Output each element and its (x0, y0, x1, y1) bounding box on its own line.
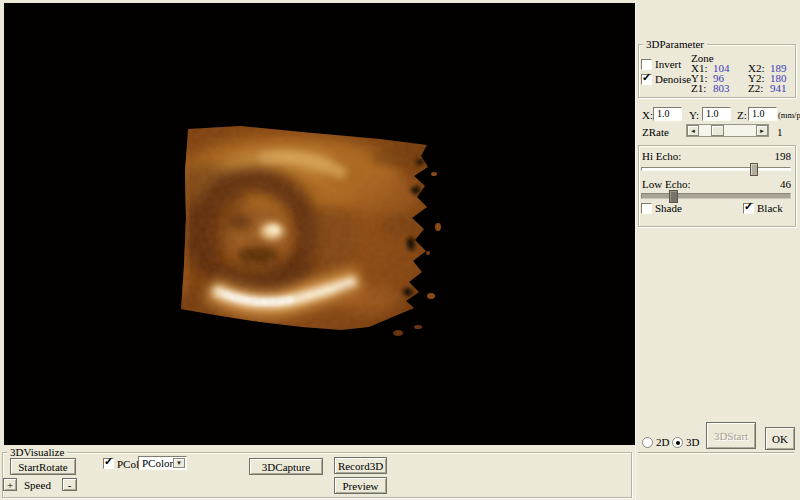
invert-label: Invert (655, 59, 681, 70)
start-rotate-button[interactable]: StartRotate (10, 458, 76, 475)
black-label: Black (757, 203, 783, 214)
zrate-scrollbar[interactable]: ◄ ► (686, 124, 769, 137)
denoise-checkbox[interactable]: ✓ (641, 74, 652, 85)
hi-echo-thumb[interactable] (750, 163, 758, 176)
pcolor-checkbox[interactable]: ✓ (103, 458, 114, 469)
x-scale-label: X: (642, 110, 653, 121)
y-scale-input[interactable]: 1.0 (702, 107, 731, 121)
black-checkbox[interactable]: ✓ (743, 203, 754, 214)
low-echo-slider[interactable] (641, 193, 791, 199)
low-echo-value: 46 (756, 179, 791, 190)
ultrasound-volume (4, 3, 635, 445)
right-panel-separator (638, 452, 794, 454)
zone-z1-label: Z1: (691, 83, 706, 94)
parameter-panel: 3DParameter Invert ✓ Denoise Zone X1: 10… (635, 0, 800, 500)
mode-2d-radio[interactable] (642, 437, 653, 448)
visualize-panel: 3DVisualize StartRotate + Speed - ✓ PCol… (0, 445, 635, 500)
invert-checkbox[interactable] (641, 59, 652, 70)
hi-echo-value: 198 (756, 151, 791, 162)
visualize-group-title: 3DVisualize (7, 446, 67, 458)
shade-label: Shade (655, 203, 682, 214)
mode-2d-label: 2D (656, 437, 669, 448)
zone-z2-value: 941 (770, 83, 787, 94)
zrate-label: ZRate (642, 127, 669, 138)
app-window: { "colors": { "panel_bg": "#ece9d8", "ca… (0, 0, 800, 500)
pcolor-dropdown[interactable]: PColor ▼ (138, 456, 187, 470)
zrate-right-arrow-icon[interactable]: ► (756, 125, 768, 136)
3dstart-button[interactable]: 3DStart (706, 422, 756, 449)
render-viewport[interactable] (4, 3, 635, 445)
denoise-label: Denoise (655, 74, 691, 85)
low-echo-label: Low Echo: (642, 179, 691, 190)
x-scale-input[interactable]: 1.0 (653, 107, 682, 121)
z-scale-label: Z: (737, 110, 747, 121)
3dcapture-button[interactable]: 3DCapture (249, 458, 323, 475)
record3d-button[interactable]: Record3D (334, 457, 387, 474)
y-scale-label: Y: (689, 110, 699, 121)
preview-button[interactable]: Preview (334, 477, 387, 494)
hi-echo-slider[interactable] (641, 167, 791, 171)
z-scale-input[interactable]: 1.0 (748, 107, 777, 121)
zrate-thumb[interactable] (711, 125, 724, 136)
hi-echo-label: Hi Echo: (642, 151, 681, 162)
speed-label: Speed (24, 480, 51, 491)
zone-z2-label: Z2: (748, 83, 763, 94)
ok-button[interactable]: OK (765, 427, 795, 450)
dropdown-arrow-icon[interactable]: ▼ (173, 458, 185, 468)
zrate-left-arrow-icon[interactable]: ◄ (687, 125, 699, 136)
parameter-group-title: 3DParameter (643, 38, 707, 50)
speed-minus-button[interactable]: - (62, 478, 77, 491)
shade-checkbox[interactable] (641, 203, 652, 214)
pcolor-dropdown-value: PColor (142, 457, 173, 469)
speed-plus-button[interactable]: + (3, 478, 17, 491)
zone-z1-value: 803 (713, 83, 730, 94)
mode-3d-label: 3D (686, 437, 699, 448)
mode-3d-radio[interactable] (672, 437, 683, 448)
zrate-value: 1 (777, 127, 783, 138)
scale-unit-label: (mm/p) (778, 110, 800, 121)
